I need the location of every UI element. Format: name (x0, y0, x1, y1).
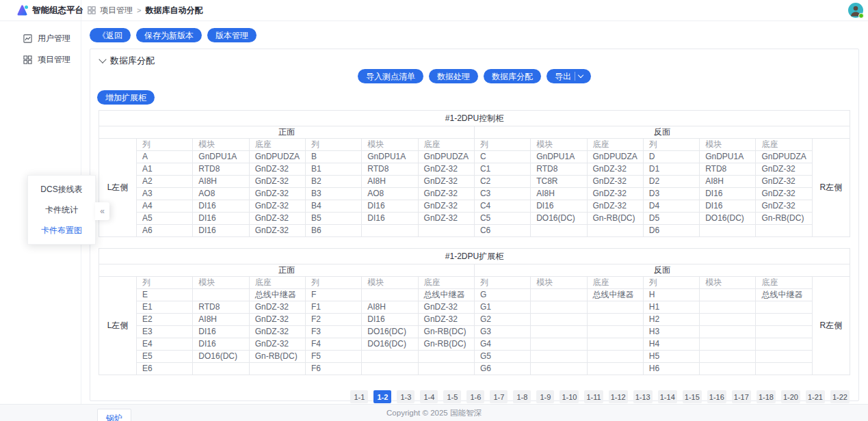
back-face-header: 反面 (474, 264, 850, 277)
pagination-page[interactable]: 1-3 (397, 390, 415, 403)
cell: G4 (474, 338, 530, 351)
cell: AI8H (362, 301, 418, 314)
float-menu-items: DCS接线表卡件统计卡件布置图 (28, 179, 95, 241)
cell: E6 (137, 363, 193, 375)
sidebar-item-project-management[interactable]: 项目管理 (0, 49, 81, 70)
cell: B (305, 151, 361, 163)
front-face-header: 正面 (99, 126, 475, 139)
sidebar-item-user-management[interactable]: 用户管理 (0, 28, 81, 49)
back-button[interactable]: 《返回 (90, 28, 131, 42)
cell (418, 351, 474, 363)
cell: C2 (474, 176, 530, 188)
cell: E3 (137, 326, 193, 338)
cell: DO16(DC) (531, 213, 587, 225)
breadcrumb-section[interactable]: 项目管理 (100, 5, 133, 16)
float-menu-item[interactable]: 卡件统计 (28, 200, 95, 220)
pagination-page[interactable]: 1-12 (609, 390, 628, 403)
cabinet-row: E5DO16(DC)Gn-RB(DC)F5G5H5 (99, 351, 850, 363)
cell: Gn-RB(DC) (249, 351, 305, 363)
cell: GnDZ-32 (756, 200, 812, 213)
cell: E (137, 289, 193, 301)
cell: 总线中继器 (418, 289, 474, 301)
pagination-page[interactable]: 1-16 (707, 390, 726, 403)
db-allocate-button[interactable]: 数据库分配 (484, 69, 541, 83)
right-side-label: R左侧 (812, 139, 850, 237)
cell: C3 (474, 188, 530, 200)
cell (756, 225, 812, 237)
pagination-page[interactable]: 1-1 (350, 390, 368, 403)
import-points-button[interactable]: 导入测点清单 (358, 69, 423, 83)
add-expansion-cabinet-button[interactable]: 增加扩展柜 (97, 90, 155, 105)
cell (531, 289, 587, 301)
data-process-button[interactable]: 数据处理 (429, 69, 478, 83)
cell (756, 301, 812, 314)
cell (756, 314, 812, 326)
cell: B4 (305, 200, 361, 213)
cell: H2 (643, 314, 699, 326)
pagination-page[interactable]: 1-4 (420, 390, 438, 403)
cell: E1 (137, 301, 193, 314)
export-label: 导出 (555, 72, 571, 81)
section-header[interactable]: 数据库分配 (90, 49, 858, 67)
cell (700, 301, 756, 314)
pagination-page[interactable]: 1-17 (732, 390, 751, 403)
main-area: 《返回 保存为新版本 版本管理 数据库分配 导入测点清单 数据处理 数据库分配 … (81, 21, 868, 404)
cabinet-row: E总线中继器F总线中继器G总线中继器H总线中继器 (99, 289, 850, 301)
cell (700, 225, 756, 237)
cell: RTD8 (531, 163, 587, 176)
version-management-button[interactable]: 版本管理 (207, 28, 257, 42)
cell (531, 338, 587, 351)
pagination-page[interactable]: 1-18 (757, 390, 776, 403)
pagination-page[interactable]: 1-13 (633, 390, 653, 403)
pagination-page[interactable]: 1-22 (830, 390, 850, 403)
pagination-page[interactable]: 1-6 (466, 390, 484, 403)
pagination-page[interactable]: 1-9 (536, 390, 554, 403)
column-header: 底座 (418, 277, 474, 289)
save-as-new-version-button[interactable]: 保存为新版本 (136, 28, 202, 42)
cell: GnDPU1A (531, 151, 587, 163)
column-header: 列 (643, 139, 699, 151)
app-title: 智能组态平台 (32, 5, 83, 16)
cell: G3 (474, 326, 530, 338)
pagination-page[interactable]: 1-11 (584, 390, 603, 403)
pagination-page[interactable]: 1-10 (560, 390, 579, 403)
cell: GnDPUDZA (418, 151, 474, 163)
cell (587, 351, 643, 363)
pagination-page[interactable]: 1-20 (781, 390, 800, 403)
float-menu-item[interactable]: 卡件布置图 (28, 220, 95, 241)
cell (418, 363, 474, 375)
pagination-page[interactable]: 1-8 (513, 390, 531, 403)
export-button[interactable]: 导出 (547, 69, 591, 83)
avatar[interactable] (848, 3, 863, 18)
export-caret-icon[interactable] (578, 72, 583, 78)
cell: GnDZ-32 (249, 213, 305, 225)
cell (587, 326, 643, 338)
cabinet-table: #1-2DPU控制柜正面反面L左侧列模块底座列模块底座列模块底座列模块底座R左侧… (98, 110, 850, 237)
cell: DO16(DC) (362, 338, 418, 351)
back-face-header: 反面 (474, 126, 850, 139)
cabinet-row: A5DI16GnDZ-32B5DI16GnDZ-32C5DO16(DC)Gn-R… (99, 213, 850, 225)
cabinet-row: E3DI16GnDZ-32F3DO16(DC)Gn-RB(DC)G3H3 (99, 326, 850, 338)
bottom-tab-row: 锅炉 (97, 409, 858, 421)
pagination-page[interactable]: 1-21 (806, 390, 825, 403)
pagination-page[interactable]: 1-15 (683, 390, 702, 403)
collapse-handle[interactable]: « (95, 202, 109, 220)
float-menu-item[interactable]: DCS接线表 (28, 179, 95, 200)
column-header: 模块 (193, 139, 249, 151)
cell (193, 363, 249, 375)
pagination-page[interactable]: 1-14 (658, 390, 677, 403)
online-status-dot (858, 13, 864, 18)
cell (700, 363, 756, 375)
cell: GnDZ-32 (418, 176, 474, 188)
logo: 智能组态平台 (0, 0, 81, 21)
cell (756, 326, 812, 338)
cell: RTD8 (193, 163, 249, 176)
cell: GnDZ-32 (418, 314, 474, 326)
pagination-page[interactable]: 1-2 (373, 390, 391, 403)
pagination-page[interactable]: 1-7 (490, 390, 508, 403)
pagination-page[interactable]: 1-5 (443, 390, 461, 403)
cell: F5 (305, 351, 361, 363)
cell: D3 (643, 188, 699, 200)
left-side-label: L左侧 (99, 139, 137, 237)
tab-boiler[interactable]: 锅炉 (97, 409, 131, 421)
